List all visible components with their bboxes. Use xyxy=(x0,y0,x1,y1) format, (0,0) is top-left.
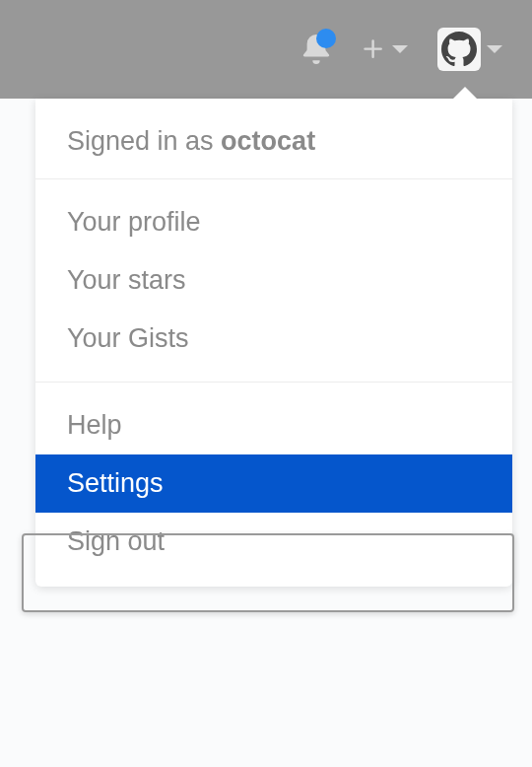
notifications-button[interactable] xyxy=(301,34,331,65)
username: octocat xyxy=(221,126,315,156)
menu-item-settings[interactable]: Settings xyxy=(35,454,512,513)
plus-icon xyxy=(361,36,386,62)
chevron-down-icon xyxy=(392,45,408,53)
menu-item-sign-out[interactable]: Sign out xyxy=(35,513,512,571)
octocat-icon xyxy=(441,32,477,67)
menu-item-your-stars[interactable]: Your stars xyxy=(35,251,512,310)
signed-in-as-label: Signed in as octocat xyxy=(35,99,512,179)
dropdown-section-profile: Your profile Your stars Your Gists xyxy=(35,179,512,383)
create-new-menu[interactable] xyxy=(361,36,408,62)
dropdown-pointer xyxy=(451,87,479,101)
top-header xyxy=(0,0,532,99)
menu-item-your-gists[interactable]: Your Gists xyxy=(35,310,512,368)
chevron-down-icon xyxy=(487,45,502,53)
menu-item-your-profile[interactable]: Your profile xyxy=(35,193,512,251)
menu-item-help[interactable]: Help xyxy=(35,396,512,454)
user-menu-button[interactable] xyxy=(437,28,502,71)
dropdown-section-account: Help Settings Sign out xyxy=(35,383,512,575)
signed-in-prefix: Signed in as xyxy=(67,126,221,156)
user-dropdown-menu: Signed in as octocat Your profile Your s… xyxy=(35,99,512,587)
notification-indicator-dot xyxy=(316,29,336,48)
avatar xyxy=(437,28,481,71)
